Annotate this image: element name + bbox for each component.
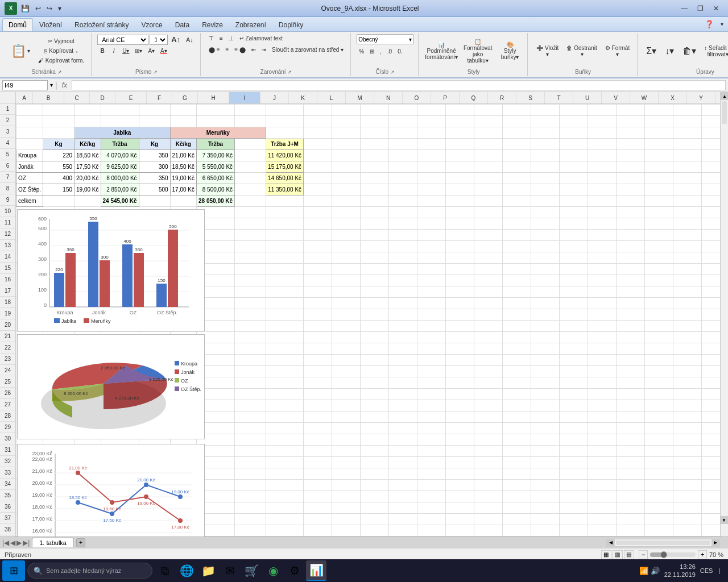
cell-N14[interactable] [417, 252, 446, 264]
cell-P7[interactable] [474, 173, 503, 184]
cell-H38[interactable] [235, 525, 266, 537]
cell-O2[interactable] [446, 116, 474, 127]
cell-U20[interactable] [617, 321, 645, 332]
cell-R35[interactable] [531, 491, 560, 502]
cell-W38[interactable] [673, 525, 702, 537]
cell-P16[interactable] [474, 275, 503, 286]
cell-T9[interactable] [588, 196, 617, 207]
name-box[interactable] [2, 80, 48, 90]
cell-E7[interactable]: 350 [139, 173, 170, 184]
cell-X33[interactable] [702, 468, 720, 480]
cell-V15[interactable] [645, 264, 673, 275]
cell-S25[interactable] [560, 377, 588, 389]
cell-O10[interactable] [446, 207, 474, 218]
cell-T26[interactable] [588, 389, 617, 400]
cell-S30[interactable] [560, 434, 588, 446]
cell-W3[interactable] [673, 127, 702, 139]
cell-M24[interactable] [389, 366, 417, 377]
cell-V24[interactable] [645, 366, 673, 377]
cell-H24[interactable] [235, 366, 266, 377]
cell-O16[interactable] [446, 275, 474, 286]
cell-I21[interactable] [266, 332, 304, 343]
cell-L33[interactable] [361, 468, 389, 480]
cell-P4[interactable] [474, 139, 503, 150]
cell-T23[interactable] [588, 355, 617, 366]
tab-vzorce[interactable]: Vzorce [135, 18, 168, 31]
cell-V11[interactable] [645, 218, 673, 230]
cell-J14[interactable] [304, 252, 332, 264]
cell-O38[interactable] [446, 525, 474, 537]
cell-P31[interactable] [474, 446, 503, 457]
cell-O25[interactable] [446, 377, 474, 389]
cell-U16[interactable] [617, 275, 645, 286]
cell-J37[interactable] [304, 514, 332, 525]
cell-R27[interactable] [531, 400, 560, 411]
cell-J1[interactable] [304, 105, 332, 116]
indent-dec-btn[interactable]: ⇤ [249, 45, 258, 54]
cell-J8[interactable] [304, 184, 332, 196]
cell-K38[interactable] [332, 525, 361, 537]
cell-R38[interactable] [531, 525, 560, 537]
cell-W32[interactable] [673, 457, 702, 468]
cell-M26[interactable] [389, 389, 417, 400]
cell-M6[interactable] [389, 161, 417, 173]
cell-L1[interactable] [361, 105, 389, 116]
cell-Q21[interactable] [503, 332, 531, 343]
edge-browser-btn[interactable]: 🌐 [176, 560, 197, 581]
cell-M16[interactable] [389, 275, 417, 286]
cell-U38[interactable] [617, 525, 645, 537]
cell-T33[interactable] [588, 468, 617, 480]
cell-P3[interactable] [474, 127, 503, 139]
font-grow-btn[interactable]: A↑ [169, 34, 183, 45]
align-bottom-btn[interactable]: ⊥ [226, 34, 236, 43]
cell-T22[interactable] [588, 343, 617, 355]
cell-V28[interactable] [645, 411, 673, 423]
cell-T34[interactable] [588, 480, 617, 491]
cell-X27[interactable] [702, 400, 720, 411]
cell-T21[interactable] [588, 332, 617, 343]
dec-inc-btn[interactable]: .0 [385, 47, 394, 56]
cell-U21[interactable] [617, 332, 645, 343]
font-name-select[interactable]: Arial CE [97, 35, 148, 45]
redo-quick-btn[interactable]: ↪ [45, 3, 54, 14]
cell-K32[interactable] [332, 457, 361, 468]
cell-R21[interactable] [531, 332, 560, 343]
cell-R13[interactable] [531, 241, 560, 252]
cell-K2[interactable] [332, 116, 361, 127]
cell-S33[interactable] [560, 468, 588, 480]
cell-X36[interactable] [702, 502, 720, 514]
cell-I26[interactable] [266, 389, 304, 400]
cell-U12[interactable] [617, 230, 645, 241]
cell-K37[interactable] [332, 514, 361, 525]
cell-R2[interactable] [531, 116, 560, 127]
cell-M39[interactable] [389, 537, 417, 537]
cell-K1[interactable] [332, 105, 361, 116]
cell-S8[interactable] [560, 184, 588, 196]
cell-Q11[interactable] [503, 218, 531, 230]
cell-I23[interactable] [266, 355, 304, 366]
cell-O7[interactable] [446, 173, 474, 184]
cell-J21[interactable] [304, 332, 332, 343]
cell-U33[interactable] [617, 468, 645, 480]
maximize-btn[interactable]: ❐ [693, 3, 708, 14]
cell-S34[interactable] [560, 480, 588, 491]
cell-U4[interactable] [617, 139, 645, 150]
cell-R25[interactable] [531, 377, 560, 389]
cell-C3[interactable]: Jablka [75, 127, 171, 139]
font-shrink-btn[interactable]: A↓ [184, 35, 196, 44]
cell-K21[interactable] [332, 332, 361, 343]
cell-B4[interactable]: Kg [43, 139, 75, 150]
cell-N4[interactable] [417, 139, 446, 150]
volume-icon[interactable]: 🔊 [651, 567, 660, 575]
settings-btn[interactable]: ⚙ [284, 560, 305, 581]
cell-R39[interactable] [531, 537, 560, 537]
cell-M8[interactable] [389, 184, 417, 196]
cell-N23[interactable] [417, 355, 446, 366]
cell-V22[interactable] [645, 343, 673, 355]
cell-Q16[interactable] [503, 275, 531, 286]
format-table-btn[interactable]: 📋 Formátovatjako tabulku▾ [461, 37, 495, 65]
cell-V23[interactable] [645, 355, 673, 366]
cell-U5[interactable] [617, 150, 645, 161]
cell-W10[interactable] [673, 207, 702, 218]
cell-K9[interactable] [332, 196, 361, 207]
